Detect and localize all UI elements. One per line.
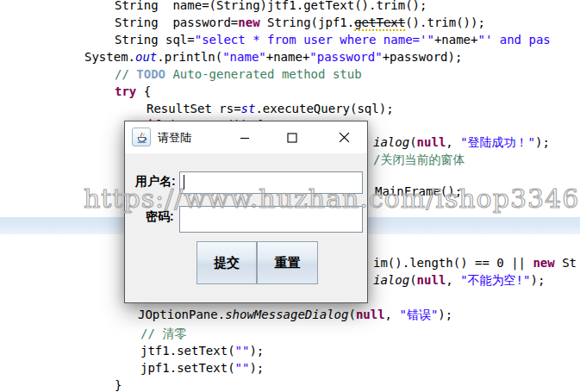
code-line: ialog(null, "不能为空!"); (373, 271, 545, 289)
password-input[interactable] (179, 206, 363, 233)
code-line: JOptionPane.showMessageDialog(null, "错误"… (138, 306, 452, 323)
dialog-titlebar[interactable]: 请登陆 (125, 121, 367, 153)
reset-button[interactable]: 重置 (257, 241, 318, 284)
java-coffee-cup-glyph (135, 131, 148, 144)
code-line: ialog(null, "登陆成功！"); (373, 134, 550, 151)
code-line: ResultSet rs=st.executeQuery(sql); (147, 100, 394, 117)
code-line: } (115, 376, 122, 392)
text-caret (184, 175, 184, 190)
login-dialog: 请登陆 用户名: 密码: (124, 121, 368, 303)
password-field-wrap (179, 206, 363, 233)
maximize-button[interactable] (278, 121, 307, 153)
code-line: MainFrame(); (375, 183, 462, 200)
code-line: im().length() == 0 || new St (373, 254, 577, 271)
minimize-icon (240, 133, 250, 143)
code-line: jpf1.setText(""); (140, 359, 264, 376)
code-line: jtf1.setText(""); (140, 342, 264, 359)
code-line: try { (115, 83, 151, 100)
close-button[interactable] (329, 121, 359, 153)
maximize-icon (287, 133, 297, 143)
password-label: 密码: (146, 209, 174, 225)
code-line: System.out.println("name"+name+"password… (84, 48, 462, 65)
minimize-button[interactable] (230, 121, 259, 153)
code-line: String password=new String(jpf1.getText(… (115, 14, 485, 31)
screenshot-root: String name=(String)jtf1.getText().trim(… (0, 0, 580, 392)
code-line: String sql="select * from user where nam… (115, 31, 551, 48)
username-label: 用户名: (135, 174, 176, 190)
username-input[interactable] (179, 171, 363, 194)
code-line: String name=(String)jtf1.getText().trim(… (115, 0, 427, 14)
dialog-title: 请登陆 (158, 121, 191, 153)
username-field-wrap (179, 171, 363, 194)
submit-button[interactable]: 提交 (196, 241, 257, 284)
code-line: // TODO Auto-generated method stub (115, 65, 362, 83)
code-line: // 清零 (140, 325, 186, 342)
java-coffee-cup-icon[interactable] (132, 128, 151, 146)
close-icon (339, 132, 350, 143)
code-line: /关闭当前的窗体 (373, 151, 465, 168)
